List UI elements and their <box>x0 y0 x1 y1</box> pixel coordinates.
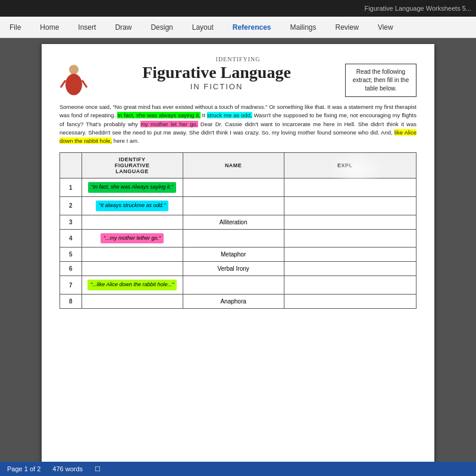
quote-4: "...my mother lether go." <box>101 233 164 244</box>
tab-draw[interactable]: Draw <box>105 17 141 37</box>
status-words: 476 words <box>52 465 83 472</box>
table-row: 6 Verbal Irony <box>60 262 416 276</box>
tab-references[interactable]: References <box>223 17 281 37</box>
main-title: Figurative Language <box>94 64 339 82</box>
highlight-4: like Alice down the rabbit hole, <box>60 129 416 144</box>
svg-point-1 <box>65 74 82 95</box>
name-cell-8: Anaphora <box>183 295 284 309</box>
tab-home[interactable]: Home <box>30 17 68 37</box>
identify-cell-6[interactable] <box>82 262 183 276</box>
identifying-label: IDENTIFYING <box>60 56 416 62</box>
name-cell-5: Metaphor <box>183 248 284 262</box>
explain-cell-3[interactable] <box>284 215 416 229</box>
title-bar: Figurative Language Worksheets 5... <box>0 0 476 17</box>
name-cell-7[interactable] <box>183 276 284 295</box>
status-icon: ☐ <box>95 465 101 473</box>
identify-cell-1: "In fact, she was Always saying it." <box>82 178 183 197</box>
name-cell-3: Alliteration <box>183 215 284 229</box>
quote-2: "It always struckme as odd." <box>96 201 168 211</box>
table-row: 4 "...my mother lether go." <box>60 229 416 248</box>
doc-header: Figurative Language IN FICTION Read the … <box>60 64 416 97</box>
col-num-header <box>60 153 82 178</box>
main-subtitle: IN FICTION <box>94 82 339 91</box>
highlight-2: struck me as odd. <box>207 112 252 118</box>
tab-layout[interactable]: Layout <box>183 17 223 37</box>
header-left <box>60 64 88 96</box>
explain-cell-1[interactable] <box>284 178 416 197</box>
tab-review[interactable]: Review <box>326 17 368 37</box>
explain-cell-6[interactable] <box>284 262 416 276</box>
quote-1: "In fact, she was Always saying it." <box>88 182 176 193</box>
tab-design[interactable]: Design <box>141 17 182 37</box>
row-num-1: 1 <box>60 178 82 197</box>
tab-insert[interactable]: Insert <box>68 17 105 37</box>
quote-7: "...like Alice down the rabbit hole..." <box>87 280 177 290</box>
identify-cell-4: "...my mother lether go." <box>82 229 183 248</box>
document: IDENTIFYING Figurative Language IN FICTI… <box>42 44 434 462</box>
svg-line-3 <box>82 80 87 87</box>
table-row: 5 Metaphor <box>60 248 416 262</box>
row-num-2: 2 <box>60 196 82 215</box>
col-identify-header: IDENTIFYFIGURATIVELANGUAGE <box>82 153 183 178</box>
svg-point-0 <box>69 65 79 74</box>
identify-cell-5[interactable] <box>82 248 183 262</box>
name-cell-1[interactable] <box>183 178 284 197</box>
row-num-7: 7 <box>60 276 82 295</box>
explain-cell-5[interactable] <box>284 248 416 262</box>
table-row: 1 "In fact, she was Always saying it." <box>60 178 416 197</box>
row-num-8: 8 <box>60 295 82 309</box>
row-num-4: 4 <box>60 229 82 248</box>
explain-cell-2[interactable] <box>284 196 416 215</box>
status-bar: Page 1 of 2 476 words ☐ <box>0 462 476 476</box>
header-icon <box>60 64 88 96</box>
tab-view[interactable]: View <box>368 17 403 37</box>
body-text: Someone once said, "No great mind has ev… <box>60 103 416 145</box>
svg-line-2 <box>61 80 65 87</box>
explain-cell-7[interactable] <box>284 276 416 295</box>
col-name-header: NAME <box>183 153 284 178</box>
name-cell-4[interactable] <box>183 229 284 248</box>
col-explain-header: EXPLAIN <box>284 153 416 178</box>
table-row: 8 Anaphora <box>60 295 416 309</box>
ribbon: File Home Insert Draw Design Layout Refe… <box>0 17 476 38</box>
identify-cell-3[interactable] <box>82 215 183 229</box>
identify-cell-8[interactable] <box>82 295 183 309</box>
tab-file[interactable]: File <box>0 17 30 37</box>
highlight-1: In fact, she was always saying it. <box>117 112 200 118</box>
highlight-3: my mother let her go. <box>140 121 198 127</box>
title-bar-text: Figurative Language Worksheets 5... <box>364 5 471 12</box>
name-cell-6: Verbal Irony <box>183 262 284 276</box>
explain-cell-4[interactable] <box>284 229 416 248</box>
row-num-5: 5 <box>60 248 82 262</box>
table-row: 3 Alliteration <box>60 215 416 229</box>
identify-cell-2: "It always struckme as odd." <box>82 196 183 215</box>
row-num-3: 3 <box>60 215 82 229</box>
identify-cell-7: "...like Alice down the rabbit hole..." <box>82 276 183 295</box>
table-row: 7 "...like Alice down the rabbit hole...… <box>60 276 416 295</box>
tab-mailings[interactable]: Mailings <box>281 17 326 37</box>
table-row: 2 "It always struckme as odd." <box>60 196 416 215</box>
title-section: Figurative Language IN FICTION <box>94 64 339 91</box>
name-cell-2[interactable] <box>183 196 284 215</box>
row-num-6: 6 <box>60 262 82 276</box>
instruction-box: Read the following extract; then fill in… <box>345 64 416 97</box>
worksheet-table: IDENTIFYFIGURATIVELANGUAGE NAME EXPLAIN … <box>60 152 416 309</box>
status-page: Page 1 of 2 <box>7 465 40 472</box>
explain-cell-8[interactable] <box>284 295 416 309</box>
document-wrapper: IDENTIFYING Figurative Language IN FICTI… <box>0 38 476 462</box>
